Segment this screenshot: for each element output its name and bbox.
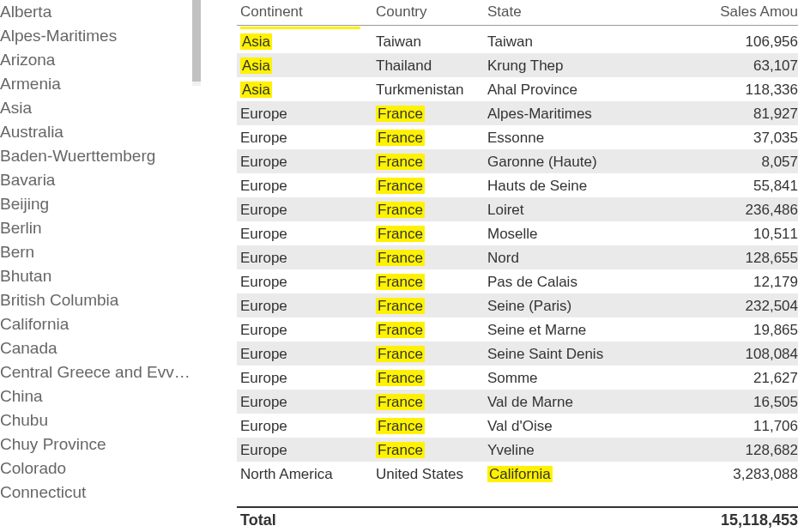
table-header-row: Continent Country State Sales Amou <box>237 0 798 26</box>
table-row[interactable]: North AmericaUnited StatesCalifornia3,28… <box>237 462 798 486</box>
cell-country: France <box>374 198 486 221</box>
table-row[interactable]: EuropeFranceHauts de Seine55,841 <box>237 173 798 197</box>
slicer-item[interactable]: Bavaria <box>0 168 206 192</box>
slicer-item[interactable]: Beijing <box>0 192 206 216</box>
cell-state: Garonne (Haute) <box>486 150 657 173</box>
cell-sales-amount: 236,486 <box>657 198 798 221</box>
table-row[interactable]: EuropeFranceLoiret236,486 <box>237 197 798 221</box>
cell-sales-amount: 19,865 <box>657 318 798 342</box>
slicer-item[interactable]: California <box>0 312 206 336</box>
cell-continent: Europe <box>237 366 374 390</box>
table-row[interactable]: EuropeFranceMoselle10,511 <box>237 221 798 245</box>
cell-country: France <box>374 222 486 245</box>
table-body: AsiaTaiwanTaiwan106,956AsiaThailandKrung… <box>237 29 798 506</box>
cell-state: Nord <box>486 246 657 269</box>
cell-state: Val d'Oise <box>486 414 657 438</box>
cell-continent: Europe <box>237 150 374 173</box>
cell-state: Seine (Paris) <box>486 294 657 317</box>
table-row[interactable]: EuropeFranceNord128,655 <box>237 245 798 269</box>
slicer-item[interactable]: Canada <box>0 336 206 360</box>
cell-continent: Europe <box>237 294 374 317</box>
table-row[interactable]: EuropeFranceAlpes-Maritimes81,927 <box>237 101 798 125</box>
table-row[interactable]: EuropeFranceSomme21,627 <box>237 366 798 390</box>
cell-state: Somme <box>486 366 657 390</box>
cell-country: Turkmenistan <box>374 78 486 101</box>
total-value: 15,118,453 <box>657 509 798 532</box>
cell-sales-amount: 118,336 <box>657 78 798 101</box>
table-row[interactable]: EuropeFranceSeine Saint Denis108,084 <box>237 342 798 366</box>
cell-state: Seine et Marne <box>486 318 657 342</box>
cell-continent: Europe <box>237 438 374 462</box>
table-visual: Continent Country State Sales Amou AsiaT… <box>206 0 798 532</box>
cell-state: Ahal Province <box>486 78 657 101</box>
table-row[interactable]: EuropeFrancePas de Calais12,179 <box>237 269 798 293</box>
cell-country: France <box>374 366 486 390</box>
table-row[interactable]: EuropeFranceYveline128,682 <box>237 438 798 462</box>
cell-state: Alpes-Maritimes <box>486 102 657 125</box>
slicer-item[interactable]: Alberta <box>0 0 206 24</box>
cell-continent: Europe <box>237 414 374 438</box>
slicer-item[interactable]: Chubu <box>0 408 206 432</box>
cell-continent: Europe <box>237 174 374 197</box>
cell-country: France <box>374 438 486 462</box>
header-sales-amount[interactable]: Sales Amou <box>657 0 798 23</box>
slicer-item[interactable]: Central Greece and Evv… <box>0 360 206 384</box>
header-continent[interactable]: Continent <box>237 0 374 23</box>
cell-country: France <box>374 294 486 317</box>
cell-country: France <box>374 126 486 149</box>
table-row[interactable]: EuropeFranceVal de Marne16,505 <box>237 390 798 414</box>
scrollbar-thumb[interactable] <box>192 0 201 82</box>
cell-continent: Europe <box>237 102 374 125</box>
table-row[interactable]: EuropeFranceSeine (Paris)232,504 <box>237 293 798 317</box>
slicer-item[interactable]: Colorado <box>0 456 206 481</box>
cell-sales-amount: 108,084 <box>657 342 798 366</box>
slicer-item[interactable]: Asia <box>0 96 206 120</box>
table-row[interactable]: EuropeFranceEssonne37,035 <box>237 125 798 149</box>
cell-sales-amount: 232,504 <box>657 294 798 317</box>
slicer-item[interactable]: Connecticut <box>0 481 206 505</box>
slicer-item[interactable]: Baden-Wuerttemberg <box>0 144 206 168</box>
slicer-item[interactable]: Arizona <box>0 48 206 72</box>
slicer-item[interactable]: Bern <box>0 240 206 264</box>
cell-continent: Europe <box>237 318 374 342</box>
cell-continent: Asia <box>237 54 374 77</box>
cell-sales-amount: 12,179 <box>657 270 798 293</box>
cell-sales-amount: 81,927 <box>657 102 798 125</box>
cell-country: France <box>374 342 486 366</box>
table-row[interactable]: AsiaThailandKrung Thep63,107 <box>237 53 798 77</box>
slicer-item[interactable]: British Columbia <box>0 288 206 312</box>
cell-country: France <box>374 270 486 293</box>
slicer-item[interactable]: Alpes-Maritimes <box>0 24 206 48</box>
cell-state: Loiret <box>486 198 657 221</box>
slicer-list: AlbertaAlpes-MaritimesArizonaArmeniaAsia… <box>0 0 206 505</box>
slicer-item[interactable]: Bhutan <box>0 264 206 288</box>
slicer-item[interactable]: Australia <box>0 120 206 144</box>
total-row: Total 15,118,453 <box>237 506 798 532</box>
table-row[interactable]: AsiaTaiwanTaiwan106,956 <box>237 29 798 53</box>
table-row[interactable]: EuropeFranceGaronne (Haute)8,057 <box>237 149 798 173</box>
cell-continent: Europe <box>237 270 374 293</box>
header-country[interactable]: Country <box>374 0 486 23</box>
slicer-item[interactable]: Chuy Province <box>0 432 206 456</box>
header-state[interactable]: State <box>486 0 657 23</box>
cell-country: France <box>374 390 486 414</box>
slicer-item[interactable]: China <box>0 384 206 408</box>
cell-continent: North America <box>237 462 374 486</box>
cell-state: Krung Thep <box>486 54 657 77</box>
cell-sales-amount: 37,035 <box>657 126 798 149</box>
cell-country: France <box>374 246 486 269</box>
slicer-item[interactable]: Armenia <box>0 72 206 96</box>
cell-continent: Asia <box>237 30 374 53</box>
cell-continent: Europe <box>237 198 374 221</box>
cell-state: Taiwan <box>486 30 657 53</box>
cell-country: Taiwan <box>374 30 486 53</box>
cell-country: France <box>374 102 486 125</box>
cell-sales-amount: 63,107 <box>657 54 798 77</box>
cell-sales-amount: 55,841 <box>657 174 798 197</box>
cell-country: France <box>374 318 486 342</box>
slicer-item[interactable]: Berlin <box>0 216 206 240</box>
table-row[interactable]: EuropeFranceSeine et Marne19,865 <box>237 317 798 342</box>
cell-sales-amount: 16,505 <box>657 390 798 414</box>
table-row[interactable]: AsiaTurkmenistanAhal Province118,336 <box>237 77 798 101</box>
table-row[interactable]: EuropeFranceVal d'Oise11,706 <box>237 414 798 438</box>
